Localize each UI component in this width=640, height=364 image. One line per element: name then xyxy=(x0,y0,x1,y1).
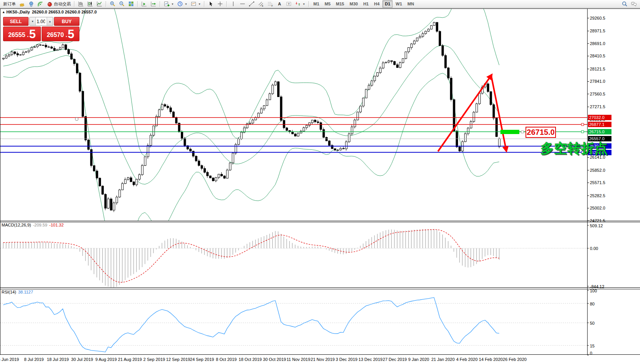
new-order-button[interactable]: 新订单 xyxy=(2,0,17,8)
macd-name: MACD(12,26,9) xyxy=(2,223,31,227)
sell-price-big-digit: 5 xyxy=(29,29,36,40)
macd-signal-value: -101.32 xyxy=(49,223,64,227)
timeframe-button-mn[interactable]: MN xyxy=(405,0,416,8)
volume-increase-button[interactable]: ▲ xyxy=(47,17,53,25)
zoom-in-icon xyxy=(109,1,116,7)
text-button[interactable]: A xyxy=(275,0,284,8)
chart-canvas[interactable]: 26715.0 xyxy=(0,0,640,364)
sell-button[interactable]: SELL xyxy=(3,17,29,26)
timeframe-button-m1[interactable]: M1 xyxy=(311,0,322,8)
trendline-button[interactable] xyxy=(247,0,256,8)
sell-price-display[interactable]: 26555 . 5 xyxy=(3,27,41,41)
signals-icon-icon xyxy=(37,1,44,7)
zoom-out-icon xyxy=(119,1,125,7)
timeframe-button-h4[interactable]: H4 xyxy=(372,0,382,8)
tile-windows-button[interactable] xyxy=(126,0,136,8)
chart-shift-icon xyxy=(150,1,157,7)
zoom-in-button[interactable] xyxy=(108,0,117,8)
main-toolbar: 新订单自动交易▼▼▼EFAT▼M1M5M15M30H1H4D1W1MN xyxy=(0,0,640,8)
timeframe-button-w1[interactable]: W1 xyxy=(393,0,404,8)
toolbar-separator xyxy=(226,1,227,7)
text-icon: A xyxy=(276,1,283,7)
community-icon-icon xyxy=(28,1,34,7)
buy-price-big-digit: 5 xyxy=(68,29,74,40)
cursor-icon xyxy=(208,1,214,7)
new-chart-icon xyxy=(163,1,170,7)
line-chart-button[interactable] xyxy=(95,0,104,8)
line-chart-icon xyxy=(96,1,103,7)
zoom-out-button[interactable] xyxy=(117,0,126,8)
crosshair-button[interactable] xyxy=(216,0,225,8)
buy-price-main: 26570 . xyxy=(47,30,67,40)
auto-trading-button[interactable]: 自动交易 xyxy=(45,0,72,8)
timeframe-button-m30[interactable]: M30 xyxy=(347,0,360,8)
auto-scroll-icon xyxy=(141,1,147,7)
vertical-line-button[interactable] xyxy=(229,0,238,8)
chart-title: ▴ HK50-,Daily 26260.0 26653.0 26260.0 26… xyxy=(3,10,97,14)
candlestick-chart-button[interactable] xyxy=(86,0,95,8)
label-button[interactable]: T xyxy=(284,0,293,8)
svg-text:T: T xyxy=(288,2,290,6)
collapse-icon[interactable]: ▴ xyxy=(3,10,5,14)
crosshair-icon xyxy=(217,1,223,7)
gold-icon-icon xyxy=(19,1,25,7)
chevron-down-icon[interactable]: ▼ xyxy=(171,3,174,5)
new-order-button-label: 新订单 xyxy=(3,1,16,7)
macd-main-value: -209.59 xyxy=(33,223,47,227)
templates-button[interactable]: ▼ xyxy=(189,0,202,8)
arrows-icon xyxy=(295,1,301,7)
support-zone-bar[interactable] xyxy=(500,130,519,134)
trading-platform-window: { "toolbar": { "items": [ {"name":"new-o… xyxy=(0,0,640,364)
toolbar-separator xyxy=(106,1,106,7)
svg-text:E: E xyxy=(262,5,263,7)
timeframe-button-m5[interactable]: M5 xyxy=(322,0,333,8)
search-icon xyxy=(621,1,628,7)
periods-button[interactable]: ▼ xyxy=(175,0,189,8)
svg-text:A: A xyxy=(278,2,281,6)
community-icon[interactable] xyxy=(27,0,36,8)
channel-button[interactable]: E xyxy=(256,0,266,8)
cursor-button[interactable] xyxy=(206,0,216,8)
rsi-name: RSI(14) xyxy=(2,290,16,294)
timeframe-button-m15[interactable]: M15 xyxy=(333,0,346,8)
tile-windows-icon xyxy=(128,1,134,7)
buy-price-display[interactable]: 26570 . 5 xyxy=(42,27,79,41)
timeframe-button-d1[interactable]: D1 xyxy=(382,0,392,8)
auto-trading-icon xyxy=(47,1,53,7)
horizontal-line-button[interactable] xyxy=(238,0,247,8)
horizontal-line-icon xyxy=(239,1,246,7)
chart-shift-button[interactable] xyxy=(149,0,158,8)
volume-decrease-button[interactable]: ▼ xyxy=(30,17,36,25)
fibonacci-button[interactable]: F xyxy=(266,0,275,8)
auto-trading-button-label: 自动交易 xyxy=(54,1,71,7)
chevron-down-icon[interactable]: ▼ xyxy=(198,3,201,5)
bar-chart-icon xyxy=(78,1,84,7)
chat-button[interactable] xyxy=(629,0,638,8)
macd-indicator-label: MACD(12,26,9)-209.59-101.32 xyxy=(2,223,64,227)
volume-stepper: ▼ ▲ xyxy=(29,17,53,26)
toolbar-separator xyxy=(308,1,309,7)
new-chart-button[interactable]: ▼ xyxy=(162,0,175,8)
signals-icon[interactable] xyxy=(36,0,45,8)
fibonacci-icon: F xyxy=(267,1,273,7)
toolbar-separator xyxy=(74,1,75,7)
bar-chart-button[interactable] xyxy=(76,0,86,8)
channel-icon: E xyxy=(258,1,264,7)
turning-point-annotation: 多空转折点 xyxy=(541,140,608,158)
buy-button[interactable]: BUY xyxy=(54,17,79,26)
sell-price-main: 26555 . xyxy=(8,30,29,40)
chat-icon xyxy=(631,1,637,7)
chevron-down-icon[interactable]: ▼ xyxy=(185,3,187,5)
price-tag-label: 26715.0 xyxy=(527,128,554,136)
toolbar-separator xyxy=(160,1,160,7)
search-button[interactable] xyxy=(620,0,629,8)
toolbar-separator xyxy=(204,1,205,7)
gold-icon[interactable] xyxy=(17,0,27,8)
arrows-button[interactable]: ▼ xyxy=(293,0,307,8)
auto-scroll-button[interactable] xyxy=(140,0,149,8)
timeframe-button-h1[interactable]: H1 xyxy=(361,0,371,8)
volume-input[interactable] xyxy=(36,17,47,25)
label-icon: T xyxy=(286,1,292,7)
ohlc-values-label: 26260.0 26653.0 26260.0 26557.0 xyxy=(32,10,97,14)
chevron-down-icon[interactable]: ▼ xyxy=(303,3,305,5)
